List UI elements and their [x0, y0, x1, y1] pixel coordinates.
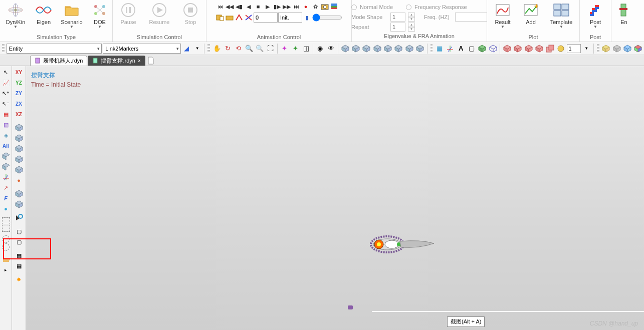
sphere-icon[interactable]: ●: [14, 175, 24, 185]
tool4-icon[interactable]: [244, 13, 253, 22]
tab-file-2[interactable]: 摆臂支撑.rdyn ×: [88, 56, 145, 66]
view-cube-icon[interactable]: [340, 44, 350, 54]
circle-dash-icon[interactable]: [2, 243, 10, 251]
apply-icon[interactable]: ◢: [182, 44, 191, 54]
gear-icon[interactable]: ✿: [311, 2, 320, 11]
diamond-icon[interactable]: ◈: [1, 130, 11, 140]
orbit-icon[interactable]: ⟲: [234, 44, 243, 54]
cube-yellow-icon[interactable]: [601, 44, 611, 54]
freq-response-radio[interactable]: [406, 5, 411, 10]
spin-up-icon[interactable]: ▲: [408, 23, 415, 27]
post-button[interactable]: Post ▼: [580, 0, 611, 33]
cube-gray-icon[interactable]: [612, 44, 621, 54]
select-dash-icon[interactable]: [2, 217, 10, 224]
grid-icon[interactable]: ▦: [435, 44, 444, 54]
normal-mode-radio[interactable]: [351, 5, 357, 10]
zx-view-button[interactable]: ZX: [14, 99, 24, 109]
cube-icon[interactable]: [1, 151, 11, 161]
new-tab-button[interactable]: [146, 56, 156, 65]
first-frame-icon[interactable]: ⏮: [216, 2, 225, 11]
step-fwd-alt-icon[interactable]: ▮▶: [273, 2, 282, 11]
entity-combo[interactable]: Entity: [7, 44, 102, 54]
center-icon[interactable]: ✦: [280, 44, 289, 54]
hand-icon[interactable]: ✋: [212, 44, 222, 54]
cube-icon[interactable]: [1, 162, 11, 172]
select-chart-icon[interactable]: 📈: [1, 78, 11, 88]
spin-down-icon[interactable]: ▼: [408, 27, 415, 32]
xz-view-button[interactable]: XZ: [14, 109, 24, 119]
view-cube-icon[interactable]: [394, 44, 403, 54]
repeat-input[interactable]: [390, 23, 405, 32]
num-input[interactable]: [567, 44, 581, 53]
arrow-icon[interactable]: ↗: [1, 183, 11, 193]
grip-icon[interactable]: [207, 44, 210, 53]
add-pointer-icon[interactable]: ↖⁺: [1, 88, 11, 98]
pause-button[interactable]: Pause: [113, 0, 144, 33]
grid4-icon[interactable]: ▦: [14, 261, 24, 271]
grip-icon[interactable]: [597, 44, 599, 53]
step-back-alt-icon[interactable]: ◀▮: [235, 2, 244, 11]
zy-view-button[interactable]: ZY: [14, 88, 24, 98]
cube-icon[interactable]: [14, 189, 24, 199]
marker-icon[interactable]: ▮: [303, 13, 312, 22]
freq-hz-input[interactable]: [455, 13, 487, 22]
cube-icon[interactable]: [14, 144, 24, 154]
viewport[interactable]: 摆臂支撑 Time = Initial State Y: [26, 66, 644, 330]
cube-blue-icon[interactable]: [622, 44, 632, 54]
square-icon[interactable]: ▢: [14, 226, 24, 236]
wire-cube-icon[interactable]: [488, 44, 498, 54]
link-combo[interactable]: Link2Markers: [103, 44, 181, 54]
cube-icon[interactable]: [14, 165, 24, 175]
axes-icon[interactable]: [446, 44, 455, 54]
axes3d-icon[interactable]: [1, 172, 11, 182]
grid-icon[interactable]: ▦: [1, 109, 11, 119]
formula-icon[interactable]: F: [1, 193, 11, 203]
burst-icon[interactable]: ✸: [14, 274, 24, 284]
cube-colorful-icon[interactable]: [633, 44, 643, 54]
wireframe-icon[interactable]: ▢: [467, 44, 476, 54]
layers-icon[interactable]: [330, 2, 339, 11]
scenario-button[interactable]: Scenario ▼: [56, 0, 87, 33]
zoom-in-icon[interactable]: 🔍: [244, 44, 254, 54]
solid-icon[interactable]: [478, 44, 487, 54]
refresh-pointer-icon[interactable]: [14, 213, 24, 223]
view-cube-icon[interactable]: [404, 44, 414, 54]
close-icon[interactable]: ×: [138, 58, 141, 64]
zoom-out-icon[interactable]: 🔍: [255, 44, 265, 54]
mode-shape-input[interactable]: [390, 13, 405, 22]
select-box-icon[interactable]: ◫: [301, 44, 311, 54]
box-purple-icon[interactable]: ▧: [1, 120, 11, 130]
tool2-icon[interactable]: [225, 13, 234, 22]
rotate-icon[interactable]: ↻: [223, 44, 233, 54]
eigen-button[interactable]: Eigen: [31, 0, 56, 33]
en-button[interactable]: En: [611, 0, 636, 33]
axis-icon[interactable]: ✦: [291, 44, 300, 54]
template-button[interactable]: Template ▼: [543, 0, 579, 33]
view-cube-icon[interactable]: [415, 44, 424, 54]
resume-button[interactable]: Resume: [144, 0, 175, 33]
view-cube-icon[interactable]: [383, 44, 392, 54]
sphere-icon[interactable]: ●: [1, 204, 11, 214]
spin-up-icon[interactable]: ▲: [408, 13, 415, 17]
eye-icon[interactable]: 👁: [326, 44, 336, 54]
sphere-yellow-icon[interactable]: [556, 44, 565, 54]
view-cube-icon[interactable]: [351, 44, 360, 54]
cube-red-icon[interactable]: [502, 44, 512, 54]
cube-icon[interactable]: [14, 154, 24, 164]
sphere-icon[interactable]: ◉: [315, 44, 325, 54]
stop-button[interactable]: Stop: [175, 0, 206, 33]
cube-stack-icon[interactable]: [545, 44, 555, 54]
play-icon[interactable]: ▶: [263, 2, 272, 11]
doe-button[interactable]: DOE ▼: [87, 0, 112, 33]
remove-pointer-icon[interactable]: ↖⁻: [1, 99, 11, 109]
cube-red-icon[interactable]: [524, 44, 533, 54]
record-icon[interactable]: ●: [301, 2, 310, 11]
fast-fwd-icon[interactable]: ▶▶: [282, 2, 291, 11]
rewind-icon[interactable]: ◀◀: [225, 2, 234, 11]
tool3-icon[interactable]: [235, 13, 244, 22]
cube-red-icon[interactable]: [513, 44, 523, 54]
frame-input[interactable]: [254, 13, 278, 23]
text-icon[interactable]: A: [456, 44, 466, 54]
tool1-icon[interactable]: [216, 13, 225, 22]
pointer-icon[interactable]: ↖: [1, 67, 11, 77]
